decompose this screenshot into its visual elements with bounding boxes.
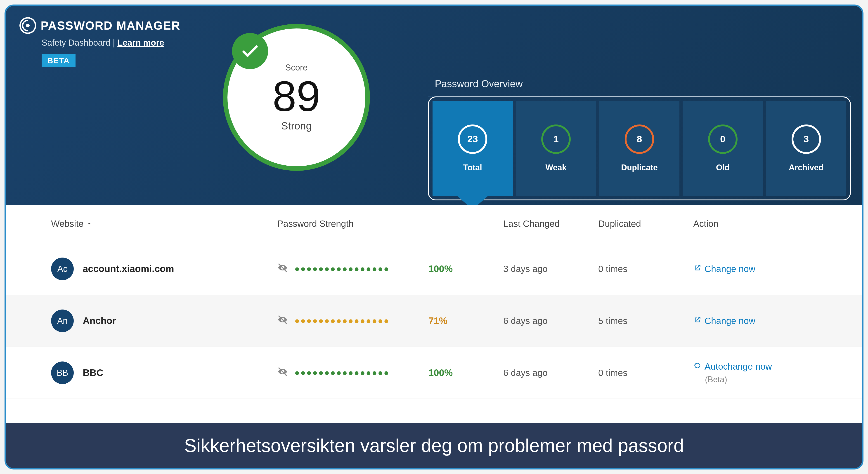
col-last-changed[interactable]: Last Changed [503, 219, 598, 229]
eye-off-icon[interactable] [277, 262, 288, 275]
strength-cell: ••••••••••••••••100% [277, 365, 503, 380]
external-link-icon [693, 316, 701, 326]
overview-count: 1 [541, 125, 571, 154]
password-dots: •••••••••••••••• [295, 261, 390, 276]
eye-off-icon[interactable] [277, 314, 288, 327]
table-row[interactable]: Acaccount.xiaomi.com••••••••••••••••100%… [6, 243, 862, 295]
action-label: Autochange now [705, 362, 772, 372]
overview-title: Password Overview [435, 78, 851, 90]
table-row[interactable]: BBBBC••••••••••••••••100%6 days ago0 tim… [6, 347, 862, 399]
brand-subtitle: Safety Dashboard | Learn more [41, 38, 848, 48]
col-duplicated[interactable]: Duplicated [598, 219, 693, 229]
strength-percent: 100% [429, 367, 453, 378]
duplicated-count: 0 times [598, 368, 693, 378]
learn-more-link[interactable]: Learn more [117, 38, 164, 47]
password-table: Website Password Strength Last Changed D… [6, 205, 862, 423]
col-website[interactable]: Website [51, 219, 277, 229]
brand-logo-icon [20, 17, 36, 34]
overview-card-total[interactable]: 23Total [433, 101, 513, 196]
strength-percent: 71% [429, 315, 447, 326]
action-link[interactable]: Change now [693, 316, 838, 326]
last-changed: 6 days ago [503, 316, 598, 326]
overview-card-old[interactable]: 0Old [683, 101, 763, 196]
action-link[interactable]: Change now [693, 264, 838, 274]
overview-count: 8 [625, 125, 654, 154]
site-name: Anchor [83, 315, 116, 326]
site-avatar: BB [51, 362, 74, 384]
overview-card-label: Weak [545, 163, 566, 172]
duplicated-count: 0 times [598, 264, 693, 274]
site-cell: BBBBC [51, 362, 277, 384]
site-cell: Acaccount.xiaomi.com [51, 258, 277, 280]
overview-count: 0 [708, 125, 738, 154]
table-header-row: Website Password Strength Last Changed D… [6, 205, 862, 243]
last-changed: 6 days ago [503, 368, 598, 378]
dashboard-header: PASSWORD MANAGER Safety Dashboard | Lear… [6, 6, 862, 205]
col-action[interactable]: Action [693, 219, 838, 229]
site-cell: AnAnchor [51, 309, 277, 332]
password-dots: •••••••••••••••• [295, 365, 390, 380]
score-rating: Strong [281, 120, 312, 132]
eye-off-icon[interactable] [277, 366, 288, 379]
chevron-down-icon [86, 221, 92, 227]
caption-bar: Sikkerhetsoversikten varsler deg om prob… [6, 423, 862, 468]
overview-card-label: Total [463, 163, 482, 172]
overview-count: 23 [458, 125, 487, 154]
overview-card-duplicate[interactable]: 8Duplicate [599, 101, 680, 196]
overview-count: 3 [792, 125, 821, 154]
action-label: Change now [705, 316, 755, 326]
password-overview: Password Overview 23Total1Weak8Duplicate… [428, 78, 851, 200]
score-label: Score [285, 63, 308, 72]
site-avatar: Ac [51, 258, 74, 280]
subtitle-text: Safety Dashboard | [41, 38, 117, 47]
score-widget: Score 89 Strong [223, 24, 370, 171]
strength-cell: ••••••••••••••••100% [277, 261, 503, 276]
score-value: 89 [273, 72, 320, 120]
brand-row: PASSWORD MANAGER [20, 17, 848, 34]
duplicated-count: 5 times [598, 316, 693, 326]
external-link-icon [693, 264, 701, 274]
overview-cards: 23Total1Weak8Duplicate0Old3Archived [428, 97, 851, 200]
overview-card-weak[interactable]: 1Weak [516, 101, 596, 196]
checkmark-icon [232, 33, 268, 69]
brand-title: PASSWORD MANAGER [41, 19, 180, 32]
action-link[interactable]: Autochange now(Beta) [693, 362, 838, 384]
col-website-label: Website [51, 219, 84, 229]
last-changed: 3 days ago [503, 264, 598, 274]
strength-cell: ••••••••••••••••71% [277, 313, 503, 329]
beta-badge: BETA [41, 54, 75, 67]
password-dots: •••••••••••••••• [295, 313, 390, 329]
refresh-icon [693, 362, 701, 372]
overview-card-label: Duplicate [621, 163, 658, 172]
table-row[interactable]: AnAnchor••••••••••••••••71%6 days ago5 t… [6, 295, 862, 347]
site-name: account.xiaomi.com [83, 264, 174, 274]
app-frame: PASSWORD MANAGER Safety Dashboard | Lear… [4, 4, 864, 470]
action-label: Change now [705, 264, 755, 274]
overview-card-archived[interactable]: 3Archived [766, 101, 846, 196]
col-strength[interactable]: Password Strength [277, 219, 503, 229]
table-body: Acaccount.xiaomi.com••••••••••••••••100%… [6, 243, 862, 399]
overview-card-label: Old [716, 163, 730, 172]
site-avatar: An [51, 309, 74, 332]
strength-percent: 100% [429, 264, 453, 274]
overview-card-label: Archived [789, 163, 824, 172]
action-sublabel: (Beta) [705, 375, 838, 384]
site-name: BBC [83, 367, 103, 378]
